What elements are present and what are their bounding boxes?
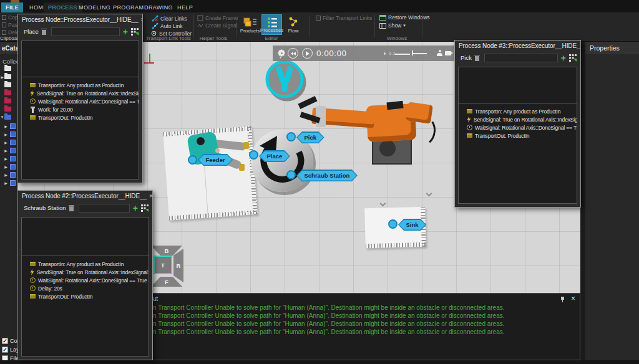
- clipboard-group-label: Clipboard: [0, 36, 17, 41]
- process-callout-pick[interactable]: Pick: [296, 132, 324, 143]
- delete-tab-icon[interactable]: [69, 206, 74, 211]
- play-button[interactable]: [302, 48, 313, 59]
- menu-drawing[interactable]: DRAWING: [140, 2, 177, 12]
- statement-row[interactable]: WaitSignal: Rotational Axis::DoneSignal …: [30, 276, 147, 284]
- ecatalog-tree-item[interactable]: ▼: [0, 113, 17, 121]
- delete-tab-icon[interactable]: [42, 30, 46, 35]
- grid-icon[interactable]: [569, 54, 577, 62]
- statement-text: WaitSignal: Rotational Axis::DoneSignal …: [38, 98, 139, 105]
- folder-icon: [4, 82, 11, 87]
- speed-slider[interactable]: [395, 54, 410, 55]
- statement-row[interactable]: Delay: 20s: [30, 284, 147, 292]
- tab-schraub-station[interactable]: Schraub Station: [22, 203, 76, 213]
- process-callout-schraub-station[interactable]: Schraub Station: [296, 170, 358, 181]
- menu-help[interactable]: HELP: [173, 2, 197, 12]
- create-frame-icon: [197, 15, 203, 21]
- expand-arrow-icon[interactable]: ▶: [4, 173, 8, 177]
- ecatalog-tree-item[interactable]: ▶: [0, 138, 17, 146]
- statement-row[interactable]: TransportOut: ProductIn: [467, 132, 575, 140]
- ecatalog-tree-item[interactable]: ▶: [0, 171, 17, 178]
- ecatalog-tree-item[interactable]: ▶: [0, 73, 17, 80]
- flow-button[interactable]: Flow: [284, 14, 303, 35]
- expand-arrow-icon[interactable]: ▶: [4, 165, 8, 169]
- ecatalog-tree-item[interactable]: ▶: [0, 179, 17, 186]
- expand-arrow-icon[interactable]: ▶: [4, 181, 8, 185]
- statement-row[interactable]: TransportOut: ProductIn: [30, 292, 147, 300]
- pin-icon[interactable]: [560, 297, 565, 302]
- panel-title: Process Node #3::ProcessExecutor__HIDE__: [459, 42, 580, 49]
- products-button[interactable]: Products: [240, 14, 260, 35]
- clear-links-button[interactable]: Clear Links: [152, 15, 187, 22]
- add-statement-button[interactable]: +: [133, 204, 138, 213]
- collapse-arrow-icon[interactable]: ▼: [0, 115, 4, 119]
- callout-dot-place[interactable]: [249, 150, 258, 160]
- menu-file[interactable]: FILE: [1, 2, 23, 12]
- expand-arrow-icon[interactable]: ▶: [0, 75, 4, 79]
- tab-place[interactable]: Place: [22, 27, 48, 36]
- statement-row[interactable]: SendSignal: True on Rotational Axis::Ind…: [30, 89, 137, 97]
- capture-image-icon[interactable]: [437, 50, 442, 56]
- filter-transport-links-checkbox[interactable]: Filter Transport Links: [316, 15, 372, 21]
- close-icon[interactable]: ×: [138, 16, 142, 23]
- status-bar: [0, 360, 639, 364]
- callout-dot-feeder[interactable]: [188, 155, 197, 165]
- view-cube-face-top[interactable]: T: [154, 256, 172, 274]
- expand-arrow-icon[interactable]: ▶: [4, 132, 8, 136]
- statement-row[interactable]: TransportIn: Any product as ProductIn: [30, 260, 147, 268]
- human-position-marker[interactable]: [265, 59, 305, 99]
- ecatalog-tree-item[interactable]: ▶: [0, 122, 17, 130]
- panel-header[interactable]: Process Node::ProcessExecutor__HIDE__ ×: [18, 14, 142, 25]
- ecatalog-tree-item[interactable]: ▶: [0, 163, 17, 170]
- checkbox-icon: [316, 16, 321, 21]
- add-statement-button[interactable]: +: [123, 27, 128, 36]
- close-icon[interactable]: ×: [571, 294, 575, 303]
- expand-arrow-icon[interactable]: ▶: [4, 140, 8, 145]
- callout-dot-pick[interactable]: [286, 132, 296, 141]
- auto-link-button[interactable]: Auto Link: [152, 22, 182, 29]
- statement-row[interactable]: WaitSignal: Rotational Axis::DoneSignal …: [467, 123, 575, 132]
- callout-dot-schraub-station[interactable]: [286, 170, 296, 180]
- reset-button[interactable]: [288, 48, 298, 59]
- statement-row[interactable]: SendSignal: True on Rotational Axis::Ind…: [30, 268, 147, 276]
- expand-arrow-icon[interactable]: ▶: [4, 156, 8, 161]
- close-icon[interactable]: ×: [147, 193, 152, 199]
- settings-gear-icon[interactable]: [279, 50, 284, 55]
- process-callout-sink[interactable]: Sink: [398, 219, 426, 231]
- view-cube-face-right[interactable]: R: [173, 249, 183, 282]
- expand-arrow-icon[interactable]: ▶: [4, 148, 8, 153]
- add-statement-button[interactable]: +: [561, 54, 566, 62]
- tab-pick[interactable]: Pick: [459, 53, 481, 62]
- timeline-slider[interactable]: [412, 53, 427, 54]
- callout-dot-sink[interactable]: [388, 219, 398, 229]
- statement-row[interactable]: TransportIn: Any product as ProductIn: [30, 81, 137, 89]
- ecatalog-tree-item[interactable]: ▶: [0, 146, 17, 154]
- statement-row[interactable]: TransportOut: ProductIn: [30, 113, 137, 122]
- transport-in-icon: [30, 83, 36, 87]
- ecatalog-tree-item[interactable]: [0, 65, 17, 72]
- process-callout-feeder[interactable]: Feeder: [198, 154, 233, 166]
- ecatalog-tree-item[interactable]: [0, 81, 17, 89]
- ecatalog-tree-item[interactable]: [0, 105, 17, 113]
- record-video-icon[interactable]: [445, 51, 451, 55]
- create-frame-button[interactable]: Create Frame: [197, 15, 238, 21]
- ecatalog-tree-item[interactable]: [0, 97, 17, 105]
- delete-tab-icon[interactable]: [475, 56, 479, 61]
- collections-label: Collections: [2, 58, 17, 65]
- grid-icon[interactable]: [131, 28, 139, 36]
- ecatalog-tree-item[interactable]: ▶: [0, 155, 17, 162]
- panel-header[interactable]: Process Node #3::ProcessExecutor__HIDE__…: [455, 41, 580, 51]
- ecatalog-tree-item[interactable]: ▶: [0, 130, 17, 138]
- statement-row[interactable]: SendSignal: True on Rotational Axis::Ind…: [467, 115, 575, 123]
- ecatalog-tree-item[interactable]: [0, 89, 17, 97]
- grid-icon[interactable]: [141, 204, 149, 212]
- create-signal-button[interactable]: Create Signal: [197, 22, 238, 29]
- show-button[interactable]: Show ▾: [379, 22, 406, 29]
- statement-row[interactable]: TransportIn: Any product as ProductIn: [467, 107, 575, 115]
- statement-row[interactable]: WaitSignal: Rotational Axis::DoneSignal …: [30, 97, 137, 105]
- processes-button[interactable]: Processes: [261, 14, 282, 35]
- statement-row[interactable]: Work: for 20.00: [30, 105, 137, 113]
- panel-splitter[interactable]: [580, 42, 585, 364]
- expand-arrow-icon[interactable]: ▶: [4, 124, 8, 128]
- panel-header[interactable]: Process Node #2::ProcessExecutor__HIDE__…: [18, 191, 152, 201]
- process-callout-place[interactable]: Place: [259, 150, 290, 162]
